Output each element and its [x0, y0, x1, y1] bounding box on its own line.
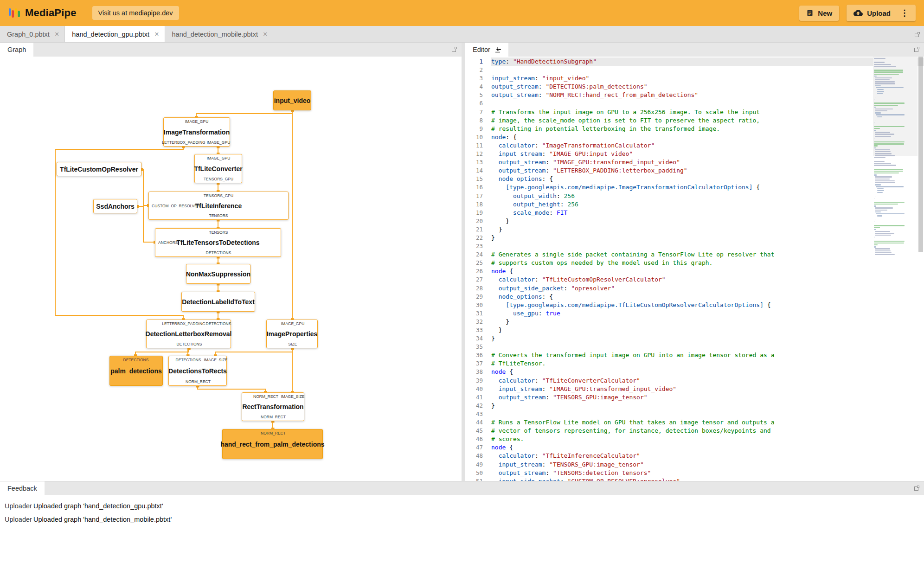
kebab-menu-icon[interactable]: ⋮ [900, 9, 909, 17]
code-line [491, 99, 924, 108]
graph-node-input_video[interactable]: input_video [273, 90, 311, 110]
code-line: calculator: "TfLiteInferenceCalculator" [491, 452, 924, 460]
graph-node-image_properties[interactable]: IMAGE_GPUSIZEImageProperties [266, 320, 318, 348]
graph-node-ssd_anchors[interactable]: SsdAnchors [93, 199, 137, 213]
graph-node-label: DetectionsToRects [168, 367, 227, 375]
editor-scrollbar[interactable] [918, 57, 924, 481]
visit-prefix: Visit us at [98, 9, 129, 17]
graph-node-tflite_tensors_to_detections[interactable]: TENSORSDETECTIONSANCHORSTfLiteTensorsToD… [155, 228, 281, 257]
minimap-mark [874, 165, 896, 166]
minimap-mark [874, 126, 905, 127]
popout-icon[interactable] [451, 46, 457, 52]
graph-node-tflite_converter[interactable]: IMAGE_GPUTENSORS_GPUTfLiteConverter [194, 154, 242, 183]
minimap-mark [874, 64, 891, 65]
file-tab-label: hand_detection_mobile.pbtxt [172, 31, 258, 38]
line-number: 27 [465, 275, 491, 284]
minimap-mark [876, 114, 905, 115]
popout-icon[interactable] [914, 46, 920, 52]
tab-graph[interactable]: Graph [0, 43, 33, 57]
graph-node-rect_transformation[interactable]: NORM_RECTIMAGE_SIZENORM_RECTRectTransfor… [242, 392, 304, 421]
tab-editor[interactable]: Editor [465, 43, 508, 57]
pane-divider[interactable] [462, 43, 465, 481]
code-line: node { [491, 368, 924, 376]
workspace: Graph input_videoIMAGE_GPULETTERBOX_PADD… [0, 43, 924, 481]
code-line: calculator: "TfLiteConverterCalculator" [491, 377, 924, 385]
popout-icon[interactable] [914, 31, 920, 39]
scrollbar-thumb[interactable] [918, 57, 923, 252]
line-number: 1 [465, 58, 491, 66]
minimap-mark [877, 215, 882, 216]
line-number: 14 [465, 166, 491, 175]
minimap-mark [874, 174, 877, 175]
port-label: TENSORS_GPU [204, 193, 233, 198]
file-tab-label: hand_detection_gpu.pbtxt [72, 31, 149, 38]
code-line: # Converts the transformed input image o… [491, 351, 924, 359]
file-tab[interactable]: Graph_0.pbtxt× [0, 26, 65, 42]
graph-node-detection_letterbox_removal[interactable]: LETTERBOX_PADDINGDETECTIONSDETECTIONSDet… [146, 320, 231, 348]
close-icon[interactable]: × [55, 31, 59, 38]
port-label: LETTERBOX_PADDING [162, 321, 205, 326]
minimap-mark [874, 74, 899, 75]
graph-node-tflite_inference[interactable]: TENSORS_GPUTENSORSCUSTOM_OP_RESOLVERTfLi… [148, 192, 289, 220]
graph-node-label: DetectionLabelIdToText [182, 298, 255, 306]
line-number: 42 [465, 402, 491, 410]
minimap-mark [874, 161, 885, 162]
minimap-mark [874, 145, 878, 146]
code-editor[interactable]: 1234567891011121314151617181920212223242… [465, 57, 924, 481]
minimap-mark [875, 179, 889, 179]
graph-node-hand_rect_from_palm_detections[interactable]: NORM_RECThand_rect_from_palm_detections [222, 429, 323, 459]
file-tab[interactable]: hand_detection_gpu.pbtxt× [65, 26, 165, 42]
editor-gutter: 1234567891011121314151617181920212223242… [465, 57, 491, 481]
download-icon[interactable] [494, 46, 501, 53]
cloud-upload-icon [853, 8, 863, 18]
minimap-mark [874, 62, 885, 63]
graph-node-label: ImageProperties [267, 330, 318, 338]
minimap-mark [876, 194, 876, 195]
line-number: 25 [465, 259, 491, 267]
line-number: 44 [465, 418, 491, 427]
feedback-pane-header: Feedback [0, 481, 924, 495]
graph-pane-header: Graph [0, 43, 462, 57]
line-number: 47 [465, 443, 491, 452]
mediapipe-dev-link[interactable]: mediapipe.dev [129, 9, 173, 17]
graph-node-non_max_suppression[interactable]: NonMaxSuppression [186, 264, 250, 284]
editor-minimap[interactable] [873, 57, 918, 481]
new-button[interactable]: New [799, 6, 839, 21]
code-line: input_stream: "IMAGE_GPU:transformed_inp… [491, 385, 924, 393]
line-number: 5 [465, 91, 491, 99]
minimap-mark [875, 153, 892, 154]
line-number: 7 [465, 108, 491, 116]
minimap-mark [874, 243, 904, 243]
graph-node-label: SsdAnchors [96, 203, 134, 210]
editor-pane: Editor 123456789101112131415161718192021… [465, 43, 924, 481]
code-line: node_options: { [491, 293, 924, 301]
code-line: calculator: "TfLiteCustomOpResolverCalcu… [491, 275, 924, 284]
minimap-mark [876, 213, 905, 214]
upload-button[interactable]: Upload ⋮ [847, 5, 916, 21]
file-tab[interactable]: hand_detection_mobile.pbtxt× [165, 26, 274, 42]
graph-node-image_transformation[interactable]: IMAGE_GPULETTERBOX_PADDINGIMAGE_GPUImage… [163, 117, 230, 147]
minimap-mark [874, 225, 905, 226]
line-number: 39 [465, 377, 491, 385]
graph-canvas[interactable]: input_videoIMAGE_GPULETTERBOX_PADDINGIMA… [0, 57, 462, 481]
minimap-mark [875, 112, 881, 113]
editor-code[interactable]: type: "HandDetectionSubgraph"input_strea… [491, 57, 924, 481]
graph-node-detection_label_id_to_text[interactable]: DetectionLabelIdToText [181, 292, 255, 312]
tab-feedback[interactable]: Feedback [0, 481, 45, 495]
line-number: 41 [465, 393, 491, 402]
line-number: 3 [465, 74, 491, 83]
graph-node-palm_detections[interactable]: DETECTIONSpalm_detections [109, 356, 163, 386]
line-number: 16 [465, 183, 491, 192]
graph-node-tflite_custom_op_resolver[interactable]: TfLiteCustomOpResolver [57, 162, 141, 176]
popout-icon[interactable] [914, 485, 920, 491]
close-icon[interactable]: × [263, 31, 267, 38]
close-icon[interactable]: × [154, 31, 159, 38]
upload-button-label: Upload [867, 9, 891, 17]
graph-node-detections_to_rects[interactable]: DETECTIONSIMAGE_SIZENORM_RECTDetectionsT… [168, 356, 227, 386]
editor-pane-header: Editor [465, 43, 924, 57]
feedback-row: UploaderUploaded graph 'hand_detection_g… [5, 499, 924, 512]
port-label: NORM_RECT [261, 431, 286, 435]
line-number: 20 [465, 217, 491, 225]
port-label: LETTERBOX_PADDING [162, 140, 205, 145]
graph-node-label: hand_rect_from_palm_detections [220, 441, 324, 448]
